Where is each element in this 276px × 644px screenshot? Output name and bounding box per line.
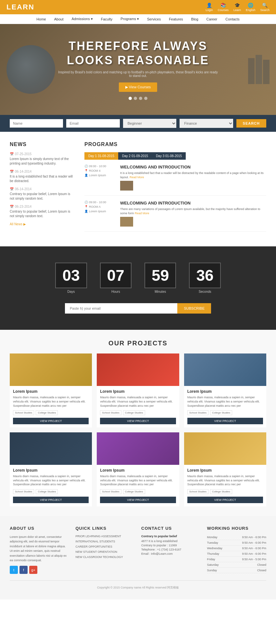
project-name-1: Lorem Ipsum	[13, 389, 89, 394]
news-date-1: 📅 07-25-2015	[10, 152, 75, 156]
learn-icon-btn[interactable]: 🎓 Learn	[233, 3, 241, 12]
program-tabs: Day 1 31-08-2015 Day 2 01-09-2015 Day 3 …	[84, 152, 266, 160]
footer-link-5[interactable]: NEW CLASSROOM TECHNOLOGY	[76, 555, 135, 559]
footer-about-text: Lorem ipsum dolor sit amet, consectetur …	[10, 535, 69, 563]
countdown-minutes: 59 Minutes	[144, 263, 176, 293]
subscribe-email-input[interactable]	[65, 303, 177, 314]
nav-career[interactable]: Career	[207, 17, 218, 21]
program-tab-day3[interactable]: Day 3 01-08-2015	[152, 152, 186, 160]
view-project-btn-1[interactable]: VIEW PROJECT	[13, 418, 89, 424]
googleplus-icon-btn[interactable]: g+	[29, 566, 37, 574]
project-desc-1: Mauris diam massa, malesuada a sapien in…	[13, 395, 89, 408]
all-news-link[interactable]: All News ▶	[10, 222, 75, 226]
search-beginner-select[interactable]: Beginner	[123, 119, 176, 128]
carousel-dot-1[interactable]	[129, 97, 132, 100]
login-icon-btn[interactable]: 👤 Login	[206, 3, 213, 12]
clock-icon-1: 🕘	[84, 165, 88, 168]
project-name-5: Lorem Ipsum	[100, 468, 176, 473]
nav-blog[interactable]: Blog	[191, 17, 198, 21]
search-finance-select[interactable]: Finance	[180, 119, 233, 128]
learn-label: Learn	[233, 8, 241, 12]
search-email-input[interactable]	[66, 119, 119, 128]
read-more-2[interactable]: Read More	[135, 212, 149, 215]
project-desc-5: Mauris diam massa, malesuada a sapien in…	[100, 474, 176, 487]
arrow-icon: ▶	[23, 222, 26, 226]
view-project-btn-2[interactable]: VIEW PROJECT	[100, 418, 176, 424]
courses-icon-btn[interactable]: 📚 Courses	[218, 3, 229, 12]
footer-about: ABOUT US Lorem ipsum dolor sit amet, con…	[10, 526, 69, 574]
learn-icon: 🎓	[234, 3, 240, 8]
project-card-1: Lorem Ipsum Mauris diam massa, malesuada…	[10, 353, 92, 427]
footer-about-title: ABOUT US	[10, 526, 69, 531]
top-icons: 👤 Login 📚 Courses 🎓 Learn 🌐 English 🔍 Se…	[206, 3, 270, 12]
social-icons: t f g+	[10, 566, 69, 574]
facebook-icon-btn[interactable]: f	[19, 566, 28, 574]
program-details-2: WELCOMING AND INTRODUCTION There are man…	[120, 201, 266, 227]
footer-copyright: Copyright © 2015 Company name All Rights…	[10, 580, 266, 590]
search-icon-btn[interactable]: 🔍 Search	[260, 3, 270, 12]
footer-contact-telephone: Telephone : +1 (734) 123-6167	[141, 548, 201, 551]
carousel-dot-2[interactable]	[134, 97, 137, 100]
countdown-numbers: 03 days 07 Hours 59 Minutes 36 Seconds	[10, 263, 266, 293]
courses-icon: 📚	[220, 3, 226, 8]
programs-section: PROGRAMS Day 1 31-08-2015 Day 2 01-09-20…	[84, 142, 266, 237]
hero-carousel-dots	[57, 97, 219, 100]
subscribe-row: SUBSCRIBE	[65, 303, 211, 314]
carousel-dot-4[interactable]	[144, 97, 147, 100]
carousel-dot-3[interactable]	[139, 97, 142, 100]
project-tags-4: School Studies College Studies	[13, 489, 89, 494]
search-button[interactable]: SEARCH	[236, 119, 266, 128]
footer-grid: ABOUT US Lorem ipsum dolor sit amet, con…	[10, 526, 266, 574]
footer-link-3[interactable]: CAREER OPPORTUNITIES	[76, 545, 135, 548]
footer-contact-address: 4877 It is a long established	[141, 539, 201, 543]
read-more-1[interactable]: Read More	[130, 176, 144, 179]
projects-title: OUR PROJECTS	[10, 340, 266, 347]
project-tags-6: School Studies College Studies	[187, 489, 263, 494]
nav-services[interactable]: Services	[147, 17, 161, 21]
language-icon-btn[interactable]: 🌐 English	[246, 3, 256, 12]
twitter-icon-btn[interactable]: t	[10, 566, 18, 574]
program-entry-1: 🕘 09:00 - 10:00 📍 ROOM 4 👤 Lorem Ipsum W…	[84, 165, 266, 196]
footer-links-title: QUICK LINKS	[76, 526, 135, 531]
tag-college-4: College Studies	[36, 489, 58, 494]
tag-college-6: College Studies	[210, 489, 232, 494]
nav-about[interactable]: About	[54, 17, 64, 21]
globe-decoration	[6, 45, 55, 94]
program-tab-day1[interactable]: Day 1 31-08-2015	[84, 152, 118, 160]
footer-link-1[interactable]: PRIOR LEARNING ASSESSMENT	[76, 535, 135, 538]
nav-home[interactable]: Home	[36, 17, 46, 21]
project-image-2	[97, 353, 179, 386]
hero-title: THEREFORE ALWAYS LOOKS REASONABLE	[57, 39, 219, 67]
countdown-days: 03 days	[55, 263, 87, 293]
news-date-3: 📅 06-14-2014	[10, 187, 75, 191]
nav-faculty[interactable]: Faculty	[101, 17, 112, 21]
footer-link-4[interactable]: NEW STUDENT ORIENTATION	[76, 550, 135, 553]
view-courses-button[interactable]: ▶ View Courses	[119, 82, 157, 92]
search-label: Search	[260, 8, 270, 12]
program-tab-day2[interactable]: Day 2 01-09-2015	[118, 152, 152, 160]
days-label: days	[55, 290, 87, 293]
nav-admissions[interactable]: Admissions ▾	[71, 17, 93, 21]
person-icon-2: 👤	[84, 210, 88, 213]
view-project-btn-3[interactable]: VIEW PROJECT	[187, 418, 263, 424]
footer-link-2[interactable]: INTERNATIONAL STUDENTS	[76, 540, 135, 543]
countdown-hours: 07 Hours	[100, 263, 132, 293]
language-label: English	[246, 8, 256, 12]
nav-features[interactable]: Features	[169, 17, 183, 21]
news-item-2: 📅 06-14-2014 It is a long established fa…	[10, 170, 75, 183]
countdown-section: 03 days 07 Hours 59 Minutes 36 Seconds S…	[0, 246, 276, 330]
nav-contacts[interactable]: Contacts	[225, 17, 239, 21]
project-image-6	[184, 432, 266, 465]
view-project-btn-4[interactable]: VIEW PROJECT	[13, 497, 89, 503]
hours-sunday: Sunday Closed	[207, 568, 267, 573]
project-name-4: Lorem Ipsum	[13, 468, 89, 473]
calendar-icon-4: 📅	[10, 205, 14, 208]
search-name-input[interactable]	[10, 119, 63, 128]
news-title: NEWS	[10, 142, 75, 147]
view-project-btn-5[interactable]: VIEW PROJECT	[100, 497, 176, 503]
subscribe-button[interactable]: SUBSCRIBE	[177, 303, 211, 314]
hours-label: Hours	[100, 290, 132, 293]
nav-programs[interactable]: Programs ▾	[120, 17, 139, 21]
project-tags-5: School Studies College Studies	[100, 489, 176, 494]
view-project-btn-6[interactable]: VIEW PROJECT	[187, 497, 263, 503]
